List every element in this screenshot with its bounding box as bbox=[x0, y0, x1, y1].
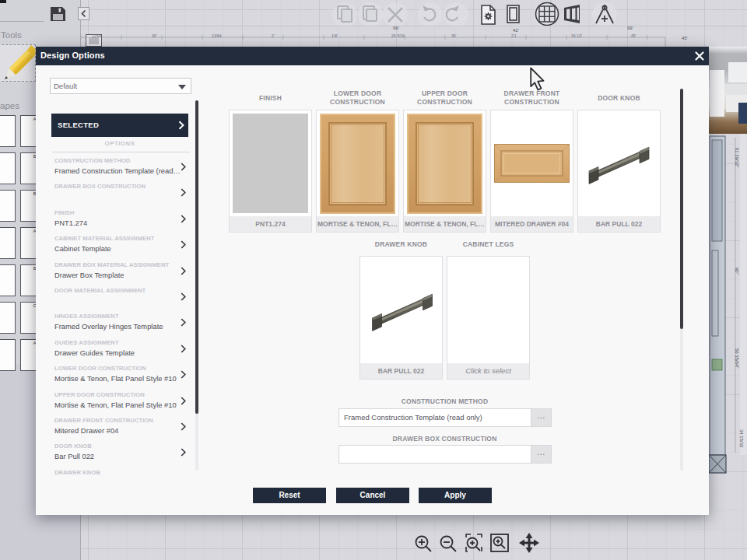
svg-text:34 15/32: 34 15/32 bbox=[739, 429, 744, 448]
svg-text:60": 60" bbox=[735, 268, 739, 275]
svg-text:81 29/32": 81 29/32" bbox=[735, 148, 739, 168]
svg-text:50 35/64": 50 35/64" bbox=[735, 348, 739, 369]
